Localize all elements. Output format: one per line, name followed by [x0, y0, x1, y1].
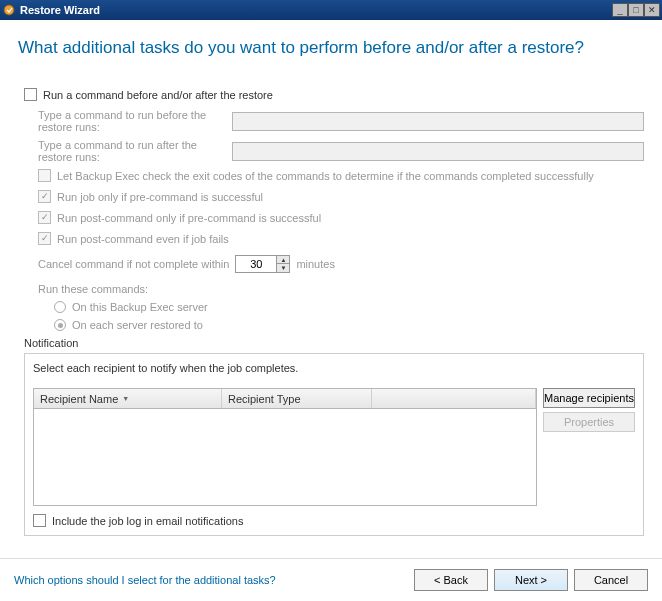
- radio-dot-icon: [58, 323, 63, 328]
- post-even-fail-label: Run post-command even if job fails: [57, 233, 229, 245]
- back-button[interactable]: < Back: [414, 569, 488, 591]
- radio-on-this-server-label: On this Backup Exec server: [72, 301, 208, 313]
- recipients-table[interactable]: Recipient Name ▼ Recipient Type: [33, 388, 537, 506]
- recipients-table-body: [34, 409, 536, 505]
- before-command-input[interactable]: [232, 112, 644, 131]
- timeout-value-input[interactable]: [235, 255, 277, 273]
- include-job-log-checkbox[interactable]: [33, 514, 46, 527]
- spinner-up-icon[interactable]: ▲: [277, 256, 289, 264]
- svg-point-0: [4, 5, 14, 15]
- check-icon: ✓: [41, 213, 49, 222]
- manage-recipients-button[interactable]: Manage recipients: [543, 388, 635, 408]
- radio-on-each-server-label: On each server restored to: [72, 319, 203, 331]
- page-title: What additional tasks do you want to per…: [18, 38, 644, 58]
- notification-instruction: Select each recipient to notify when the…: [33, 362, 635, 374]
- footer: Which options should I select for the ad…: [0, 558, 662, 601]
- run-command-checkbox[interactable]: [24, 88, 37, 101]
- run-command-label: Run a command before and/or after the re…: [43, 89, 273, 101]
- minimize-button[interactable]: _: [612, 3, 628, 17]
- timeout-unit-label: minutes: [296, 258, 335, 270]
- app-icon: [2, 3, 16, 17]
- check-icon: ✓: [41, 192, 49, 201]
- properties-button[interactable]: Properties: [543, 412, 635, 432]
- check-exit-codes-label: Let Backup Exec check the exit codes of …: [57, 170, 594, 182]
- column-recipient-type-label: Recipient Type: [228, 393, 301, 405]
- post-if-pre-checkbox[interactable]: ✓: [38, 211, 51, 224]
- post-even-fail-checkbox[interactable]: ✓: [38, 232, 51, 245]
- sort-caret-icon: ▼: [122, 395, 129, 402]
- column-recipient-name[interactable]: Recipient Name ▼: [34, 389, 222, 408]
- radio-on-this-server[interactable]: [54, 301, 66, 313]
- column-recipient-name-label: Recipient Name: [40, 393, 118, 405]
- timeout-spinner[interactable]: ▲ ▼: [235, 255, 290, 273]
- before-command-label: Type a command to run before the restore…: [38, 109, 232, 133]
- include-job-log-label: Include the job log in email notificatio…: [52, 515, 243, 527]
- column-recipient-type[interactable]: Recipient Type: [222, 389, 372, 408]
- titlebar: Restore Wizard _ □ ✕: [0, 0, 662, 20]
- cancel-button[interactable]: Cancel: [574, 569, 648, 591]
- run-these-commands-label: Run these commands:: [38, 283, 644, 295]
- after-command-input[interactable]: [232, 142, 644, 161]
- window-title: Restore Wizard: [20, 4, 612, 16]
- close-button[interactable]: ✕: [644, 3, 660, 17]
- titlebar-buttons: _ □ ✕: [612, 3, 660, 17]
- content-area: What additional tasks do you want to per…: [0, 20, 662, 536]
- check-icon: ✓: [41, 234, 49, 243]
- notification-section-label: Notification: [24, 337, 78, 349]
- spinner-down-icon[interactable]: ▼: [277, 264, 289, 272]
- radio-on-each-server[interactable]: [54, 319, 66, 331]
- next-button[interactable]: Next >: [494, 569, 568, 591]
- after-command-label: Type a command to run after the restore …: [38, 139, 232, 163]
- help-link[interactable]: Which options should I select for the ad…: [14, 574, 276, 586]
- maximize-button[interactable]: □: [628, 3, 644, 17]
- check-exit-codes-checkbox[interactable]: [38, 169, 51, 182]
- post-if-pre-label: Run post-command only if pre-command is …: [57, 212, 321, 224]
- pre-success-label: Run job only if pre-command is successfu…: [57, 191, 263, 203]
- column-blank: [372, 389, 536, 408]
- pre-success-checkbox[interactable]: ✓: [38, 190, 51, 203]
- timeout-label: Cancel command if not complete within: [38, 258, 229, 270]
- notification-panel: Select each recipient to notify when the…: [24, 353, 644, 536]
